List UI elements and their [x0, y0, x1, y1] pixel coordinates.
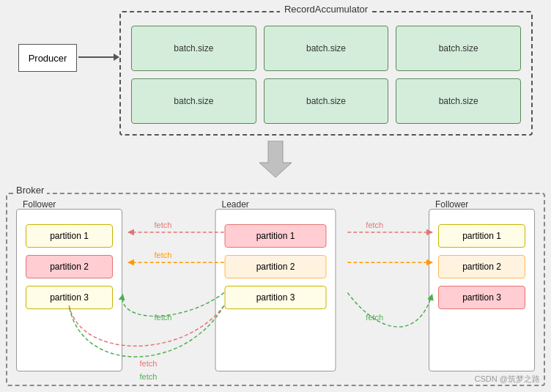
- top-section: Producer RecordAccumulator batch.size ba…: [11, 7, 540, 147]
- batch-cell-5: batch.size: [264, 78, 389, 124]
- record-accumulator: RecordAccumulator batch.size batch.size …: [119, 11, 533, 136]
- follower-right-partition-3: partition 3: [438, 286, 525, 309]
- broker-label: Broker: [13, 185, 47, 196]
- producer-label: Producer: [29, 53, 67, 64]
- follower-left-partition-1: partition 1: [26, 224, 113, 248]
- svg-marker-0: [259, 141, 292, 177]
- leader-center-box: Leader partition 1 partition 2 partition…: [215, 209, 336, 371]
- leader-partition-3: partition 3: [225, 286, 327, 309]
- record-accumulator-label: RecordAccumulator: [280, 4, 372, 15]
- svg-text:fetch: fetch: [155, 313, 172, 322]
- batch-cell-4: batch.size: [131, 78, 256, 124]
- batch-grid: batch.size batch.size batch.size batch.s…: [121, 12, 531, 134]
- follower-left-partition-3: partition 3: [26, 286, 113, 309]
- batch-cell-1: batch.size: [131, 26, 256, 71]
- follower-right-partition-2: partition 2: [438, 255, 525, 278]
- broker-section: Broker Follower partition 1 partition 2 …: [6, 193, 545, 386]
- watermark: CSDN @筑梦之路: [475, 374, 540, 385]
- follower-left-box: Follower partition 1 partition 2 partiti…: [16, 209, 122, 371]
- batch-cell-6: batch.size: [396, 78, 521, 124]
- follower-left-label: Follower: [23, 199, 56, 210]
- main-container: Producer RecordAccumulator batch.size ba…: [0, 0, 551, 392]
- svg-text:fetch: fetch: [155, 251, 172, 259]
- batch-cell-2: batch.size: [264, 26, 389, 71]
- svg-text:fetch: fetch: [139, 372, 157, 381]
- leader-label: Leader: [222, 199, 249, 210]
- batch-cell-3: batch.size: [396, 26, 521, 71]
- svg-text:fetch: fetch: [139, 360, 157, 369]
- follower-right-partition-1: partition 1: [438, 224, 525, 248]
- follower-left-partition-2: partition 2: [26, 255, 113, 278]
- follower-right-label: Follower: [435, 199, 468, 210]
- leader-partition-1: partition 1: [225, 224, 327, 248]
- svg-text:fetch: fetch: [366, 221, 383, 229]
- svg-text:fetch: fetch: [366, 313, 383, 322]
- leader-partition-2: partition 2: [225, 255, 327, 278]
- svg-text:fetch: fetch: [155, 221, 172, 229]
- down-arrow: [259, 141, 292, 177]
- producer-arrow: [78, 56, 119, 58]
- producer-box: Producer: [18, 44, 77, 72]
- follower-right-box: Follower partition 1 partition 2 partiti…: [429, 209, 535, 371]
